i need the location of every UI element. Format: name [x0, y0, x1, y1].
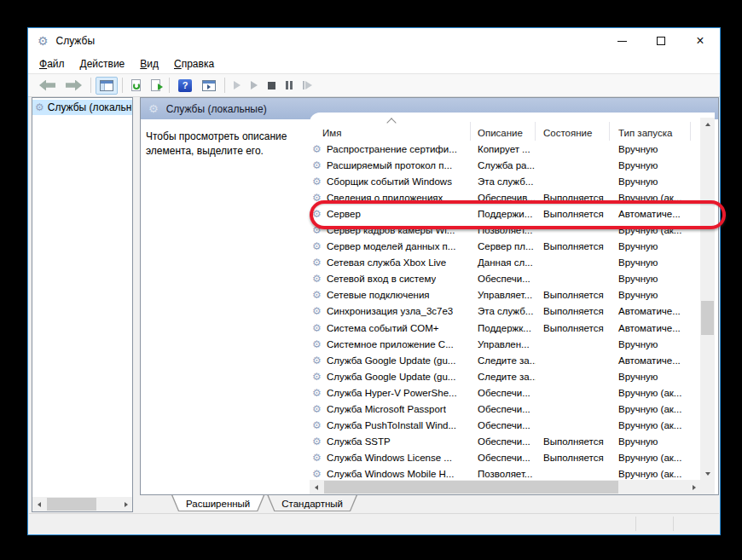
title-bar[interactable]: ⚙ Службы × — [28, 28, 720, 54]
table-row[interactable]: ⚙Сервер моделей данных п...Сервер пл...В… — [310, 239, 700, 255]
service-name-cell: ⚙Система событий COM+ — [310, 322, 471, 334]
service-gear-icon: ⚙ — [312, 176, 323, 188]
screen-background: ⚙ Службы × Файл Действие Вид Справка — [0, 0, 742, 560]
column-header-startup-type[interactable]: Тип запуска — [610, 122, 691, 141]
menu-view[interactable]: Вид — [132, 56, 166, 72]
table-row[interactable]: ⚙Сведения о приложенияхОбеспечив...Выпол… — [310, 189, 700, 205]
column-header-name-label: Имя — [322, 128, 341, 138]
menu-help[interactable]: Справка — [166, 56, 222, 72]
service-gear-icon: ⚙ — [312, 208, 323, 220]
scroll-left-button[interactable] — [310, 480, 322, 494]
service-startup-type-cell: Вручную — [610, 372, 691, 382]
start-service-button[interactable] — [229, 78, 245, 93]
forward-button[interactable] — [61, 77, 86, 95]
scroll-right-button[interactable] — [119, 497, 132, 511]
table-row[interactable]: ⚙Сетевая служба Xbox LiveДанная сл...Вру… — [310, 255, 700, 271]
close-button[interactable]: × — [681, 28, 720, 54]
service-name-cell: ⚙Служба SSTP — [310, 436, 471, 447]
scroll-left-button[interactable] — [32, 497, 45, 511]
stop-service-button[interactable] — [264, 78, 280, 93]
tree-scroll-track[interactable] — [45, 497, 119, 511]
service-description-cell: Эта служб... — [471, 176, 536, 187]
list-vscroll-thumb[interactable] — [701, 301, 714, 335]
console-tree-panel: ⚙ Службы (локальные) — [32, 97, 133, 512]
tree-item-services[interactable]: ⚙ Службы (локальные) — [32, 100, 132, 115]
details-header-gear-icon: ⚙ — [148, 102, 159, 115]
list-horizontal-scrollbar[interactable] — [310, 480, 700, 494]
service-description-cell: Данная сл... — [471, 257, 536, 268]
maximize-button[interactable] — [641, 28, 681, 54]
menu-action-accel: Д — [80, 58, 87, 70]
refresh-button[interactable] — [127, 76, 145, 95]
tab-standard[interactable]: Стандартный — [267, 495, 357, 511]
table-row[interactable]: ⚙Сервер кадров камеры Wi...Позволяет...В… — [310, 222, 700, 238]
table-row[interactable]: ⚙Служба Google Update (gu...Следите за..… — [310, 368, 700, 384]
service-description-cell: Управляет... — [471, 290, 536, 300]
service-name: Служба Google Update (gu... — [327, 372, 455, 382]
menu-file[interactable]: Файл — [32, 56, 72, 72]
service-name: Распространение сертифи... — [327, 144, 457, 154]
table-row[interactable]: ⚙Служба SSTPОбеспечи...ВыполняетсяВручну… — [310, 434, 700, 450]
table-row[interactable]: ⚙Служба Windows License ...Обеспечи...Вы… — [310, 450, 700, 466]
table-row[interactable]: ⚙Система событий COM+Поддержк...Выполняе… — [310, 320, 700, 336]
service-name: Сервер кадров камеры Wi... — [327, 225, 455, 235]
pause-service-button[interactable] — [281, 78, 297, 93]
tree-item-label: Службы (локальные) — [48, 101, 132, 113]
resume-service-button[interactable] — [246, 78, 262, 93]
table-row[interactable]: ⚙Служба Hyper-V PowerShe...Обеспечи...Вр… — [310, 384, 700, 401]
column-header-status[interactable]: Состояние — [536, 122, 610, 141]
scroll-down-button[interactable] — [700, 467, 715, 480]
scroll-left-icon — [315, 485, 318, 490]
list-hscroll-track[interactable] — [322, 480, 687, 494]
table-row[interactable]: ⚙Синхронизация узла_3c7e3Эта служб...Вып… — [310, 303, 700, 320]
service-startup-type-cell: Вручную — [610, 144, 691, 154]
service-startup-type-cell: Вручную — [610, 241, 691, 251]
export-list-button[interactable] — [147, 76, 165, 95]
table-row[interactable]: ⚙Служба PushToInstall Wind...Обеспечи...… — [310, 418, 700, 434]
service-name: Сборщик событий Windows — [327, 176, 452, 187]
scroll-right-button[interactable] — [687, 480, 700, 494]
table-row[interactable]: ⚙Распространение сертифи...Копирует ...В… — [310, 141, 700, 157]
service-status-cell: Выполняется — [536, 436, 610, 447]
table-row[interactable]: ⚙Сетевые подключенияУправляет...Выполняе… — [310, 287, 700, 303]
table-row[interactable]: ⚙Служба Microsoft PassportОбеспечи...Вру… — [310, 401, 700, 418]
service-startup-type-cell: Вручную — [610, 290, 691, 300]
tree-horizontal-scrollbar[interactable] — [32, 497, 132, 511]
service-name: Сетевые подключения — [327, 290, 430, 300]
column-header-description[interactable]: Описание — [471, 122, 536, 141]
stop-icon — [268, 82, 275, 89]
show-action-pane-button[interactable] — [198, 77, 220, 95]
service-description-cell: Обеспечи... — [471, 453, 536, 463]
table-row[interactable]: ⚙Сетевой вход в системуОбеспечи...Вручну… — [310, 271, 700, 287]
service-name-cell: ⚙Синхронизация узла_3c7e3 — [310, 305, 471, 317]
minimize-button[interactable] — [602, 28, 641, 54]
description-text: Чтобы просмотреть описание элемента, выд… — [146, 130, 287, 159]
service-name-cell: ⚙Сборщик событий Windows — [310, 176, 471, 188]
table-row[interactable]: ⚙Сборщик событий WindowsЭта служб...Вруч… — [310, 173, 700, 189]
scroll-up-button[interactable] — [700, 118, 715, 130]
list-vscroll-track[interactable] — [700, 130, 715, 467]
toolbar-separator — [122, 78, 123, 93]
service-name: Расширяемый протокол п... — [327, 160, 452, 170]
table-row[interactable]: ⚙Служба Google Update (gu...Следите за..… — [310, 352, 700, 368]
table-row[interactable]: ⚙Системное приложение C...Управлен...Вру… — [310, 336, 700, 352]
service-name: Системное приложение C... — [327, 339, 454, 349]
column-header-startup-type-label: Тип запуска — [618, 128, 672, 138]
service-name-cell: ⚙Сетевой вход в систему — [310, 273, 471, 285]
list-hscroll-thumb[interactable] — [324, 481, 618, 494]
service-gear-icon: ⚙ — [312, 305, 323, 317]
menu-action[interactable]: Действие — [72, 56, 133, 72]
show-console-tree-button[interactable] — [96, 77, 118, 95]
tree-scroll-thumb[interactable] — [47, 498, 96, 511]
help-button[interactable]: ? — [174, 76, 196, 95]
table-row[interactable]: ⚙СерверПоддержи...ВыполняетсяАвтоматиче.… — [310, 205, 700, 222]
tab-extended[interactable]: Расширенный — [171, 495, 264, 511]
status-bar-separator — [673, 517, 674, 531]
restart-service-button[interactable] — [299, 78, 316, 93]
back-button[interactable] — [35, 77, 60, 95]
table-row[interactable]: ⚙Служба Windows Mobile H...Позволяет...В… — [310, 466, 700, 480]
start-icon — [234, 81, 241, 89]
list-vertical-scrollbar[interactable] — [700, 118, 715, 480]
table-row[interactable]: ⚙Расширяемый протокол п...Служба ра...Вр… — [310, 157, 700, 173]
caption-buttons: × — [602, 28, 720, 54]
